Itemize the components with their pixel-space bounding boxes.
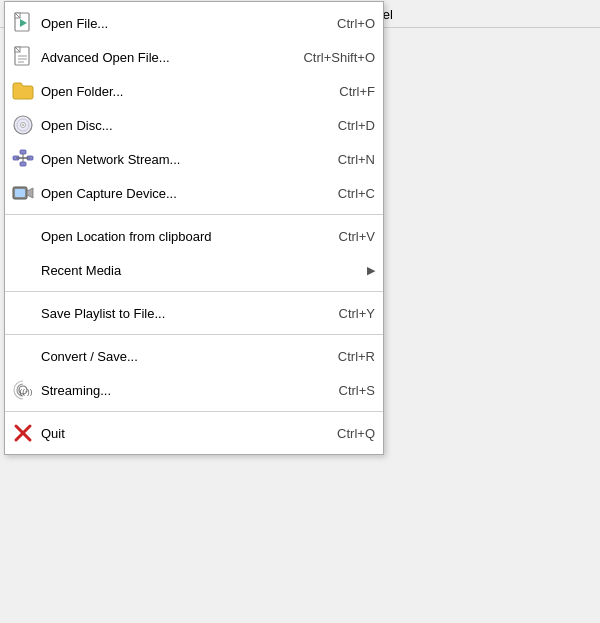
menu-item-open-network[interactable]: Open Network Stream... Ctrl+N bbox=[5, 142, 383, 176]
convert-icon bbox=[11, 344, 35, 368]
svg-rect-21 bbox=[15, 189, 25, 197]
advanced-open-file-shortcut: Ctrl+Shift+O bbox=[303, 50, 375, 65]
menu-item-streaming[interactable]: ((·)) Streaming... Ctrl+S bbox=[5, 373, 383, 407]
open-capture-label: Open Capture Device... bbox=[41, 186, 318, 201]
open-location-label: Open Location from clipboard bbox=[41, 229, 319, 244]
menu-item-save-playlist[interactable]: Save Playlist to File... Ctrl+Y bbox=[5, 296, 383, 330]
menu-item-open-capture[interactable]: Open Capture Device... Ctrl+C bbox=[5, 176, 383, 210]
open-disc-shortcut: Ctrl+D bbox=[338, 118, 375, 133]
clipboard-icon bbox=[11, 224, 35, 248]
open-file-label: Open File... bbox=[41, 16, 317, 31]
open-location-shortcut: Ctrl+V bbox=[339, 229, 375, 244]
folder-icon bbox=[11, 79, 35, 103]
save-playlist-icon bbox=[11, 301, 35, 325]
separator-4 bbox=[5, 411, 383, 412]
convert-save-label: Convert / Save... bbox=[41, 349, 318, 364]
menu-item-recent-media[interactable]: Recent Media ▶ bbox=[5, 253, 383, 287]
file-play-icon bbox=[11, 11, 35, 35]
menu-item-open-disc[interactable]: Open Disc... Ctrl+D bbox=[5, 108, 383, 142]
svg-rect-15 bbox=[20, 150, 26, 154]
svg-marker-22 bbox=[27, 188, 33, 198]
advanced-open-file-label: Advanced Open File... bbox=[41, 50, 283, 65]
convert-save-shortcut: Ctrl+R bbox=[338, 349, 375, 364]
separator-1 bbox=[5, 214, 383, 215]
recent-media-arrow: ▶ bbox=[367, 264, 375, 277]
quit-label: Quit bbox=[41, 426, 317, 441]
menu-item-open-location[interactable]: Open Location from clipboard Ctrl+V bbox=[5, 219, 383, 253]
open-folder-shortcut: Ctrl+F bbox=[339, 84, 375, 99]
recent-media-label: Recent Media bbox=[41, 263, 343, 278]
svg-rect-12 bbox=[20, 162, 26, 166]
media-dropdown: Open File... Ctrl+O Advanced Open File..… bbox=[4, 1, 384, 455]
svg-point-11 bbox=[22, 124, 24, 126]
quit-icon bbox=[11, 421, 35, 445]
menu-item-advanced-open-file[interactable]: Advanced Open File... Ctrl+Shift+O bbox=[5, 40, 383, 74]
open-file-shortcut: Ctrl+O bbox=[337, 16, 375, 31]
menu-item-open-file[interactable]: Open File... Ctrl+O bbox=[5, 6, 383, 40]
save-playlist-shortcut: Ctrl+Y bbox=[339, 306, 375, 321]
menubar: Media Open File... Ctrl+O bbox=[0, 0, 600, 28]
file-adv-icon bbox=[11, 45, 35, 69]
network-icon bbox=[11, 147, 35, 171]
open-network-label: Open Network Stream... bbox=[41, 152, 318, 167]
disc-icon bbox=[11, 113, 35, 137]
stream-icon: ((·)) bbox=[11, 378, 35, 402]
separator-2 bbox=[5, 291, 383, 292]
menu-item-open-folder[interactable]: Open Folder... Ctrl+F bbox=[5, 74, 383, 108]
open-folder-label: Open Folder... bbox=[41, 84, 319, 99]
save-playlist-label: Save Playlist to File... bbox=[41, 306, 319, 321]
recent-icon bbox=[11, 258, 35, 282]
quit-shortcut: Ctrl+Q bbox=[337, 426, 375, 441]
menu-item-convert-save[interactable]: Convert / Save... Ctrl+R bbox=[5, 339, 383, 373]
streaming-shortcut: Ctrl+S bbox=[339, 383, 375, 398]
streaming-label: Streaming... bbox=[41, 383, 319, 398]
svg-text:((·)): ((·)) bbox=[20, 387, 33, 396]
menu-item-quit[interactable]: Quit Ctrl+Q bbox=[5, 416, 383, 450]
open-disc-label: Open Disc... bbox=[41, 118, 318, 133]
separator-3 bbox=[5, 334, 383, 335]
open-network-shortcut: Ctrl+N bbox=[338, 152, 375, 167]
media-menu-wrapper: Media Open File... Ctrl+O bbox=[4, 1, 61, 26]
open-capture-shortcut: Ctrl+C bbox=[338, 186, 375, 201]
capture-icon bbox=[11, 181, 35, 205]
